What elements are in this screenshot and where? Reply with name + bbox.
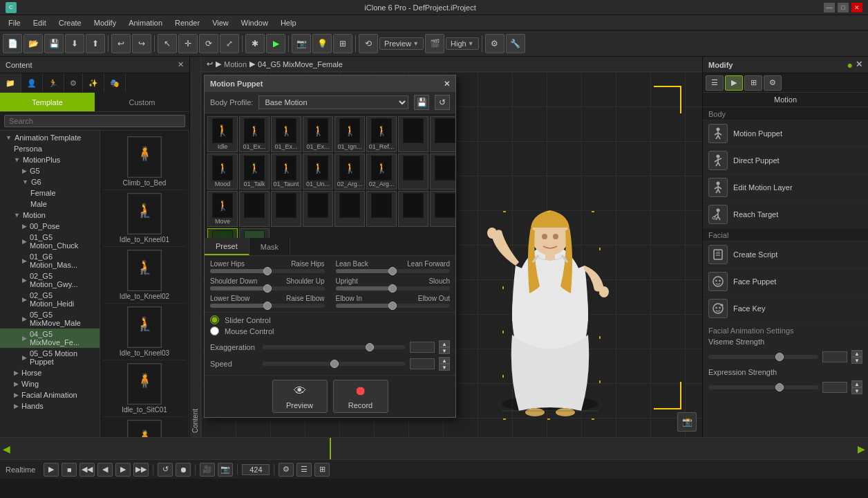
modify-reach-target[interactable]: Reach Target bbox=[703, 201, 868, 228]
menu-help[interactable]: Help bbox=[275, 17, 302, 28]
menu-animation[interactable]: Animation bbox=[123, 17, 168, 28]
speed-down-btn[interactable]: ▼ bbox=[439, 364, 450, 371]
viseme-slider[interactable] bbox=[708, 355, 818, 359]
clip-01talk[interactable]: 🚶 01_Talk bbox=[239, 154, 270, 190]
camera-button[interactable]: 📷 bbox=[292, 34, 311, 53]
motion-puppet-close[interactable]: ✕ bbox=[444, 80, 450, 89]
rotate-button[interactable]: ⟳ bbox=[199, 34, 218, 53]
tree-item-05g5mixmale[interactable]: ▶ 05_G5 MixMove_Male bbox=[0, 309, 100, 329]
tree-item-hands[interactable]: ▶ Hands bbox=[0, 400, 100, 412]
speed-slider[interactable] bbox=[263, 362, 406, 366]
modify-face-puppet[interactable]: Face Puppet bbox=[703, 268, 868, 295]
content-tab-extra[interactable]: 🎭 bbox=[104, 73, 126, 93]
tree-item-female[interactable]: Female bbox=[0, 187, 100, 199]
capture-button[interactable]: 📸 bbox=[677, 412, 697, 432]
tools-button[interactable]: 🔧 bbox=[506, 34, 525, 53]
clip-empty2[interactable] bbox=[430, 116, 455, 152]
tree-item-wing[interactable]: ▶ Wing bbox=[0, 378, 100, 389]
transform-button[interactable]: ⟲ bbox=[359, 34, 378, 53]
screenshot-btn[interactable]: 📷 bbox=[218, 463, 233, 477]
content-tab-effects[interactable]: ✨ bbox=[83, 73, 104, 93]
slider-thumb[interactable] bbox=[263, 267, 272, 275]
stop-btn[interactable]: ■ bbox=[62, 463, 77, 477]
breadcrumb-motion[interactable]: Motion bbox=[224, 60, 247, 68]
clip-02talk[interactable]: 🚶 02_Talk bbox=[239, 228, 270, 238]
export-button[interactable]: ⬆ bbox=[86, 34, 105, 53]
new-button[interactable]: 📄 bbox=[3, 34, 22, 53]
modify-tab-run[interactable]: ▶ bbox=[725, 75, 743, 91]
settings-button[interactable]: ⚙ bbox=[485, 34, 504, 53]
clip-empty-row3-5[interactable] bbox=[334, 191, 365, 227]
clip-empty-row3-6[interactable] bbox=[366, 191, 397, 227]
clip-talk[interactable]: 🚶 Talk bbox=[207, 228, 238, 238]
speed-up-btn[interactable]: ▲ bbox=[439, 357, 450, 364]
modify-icon1[interactable]: ● bbox=[847, 59, 853, 71]
expression-down-btn[interactable]: ▼ bbox=[851, 387, 862, 394]
viseme-up-btn[interactable]: ▲ bbox=[851, 350, 862, 357]
clip-02arg2[interactable]: 🚶 02_Arg... bbox=[366, 154, 397, 190]
clip-02arg1[interactable]: 🚶 02_Arg... bbox=[334, 154, 365, 190]
timeline-track[interactable]: ◀ ▶ bbox=[0, 438, 868, 459]
close-button[interactable]: ✕ bbox=[851, 3, 862, 12]
create-btn[interactable]: ✱ bbox=[245, 34, 265, 53]
modify-tab-grid[interactable]: ⊞ bbox=[744, 75, 762, 91]
exag-slider[interactable] bbox=[263, 345, 406, 349]
hips-slider[interactable] bbox=[210, 269, 325, 273]
play-btn[interactable]: ▶ bbox=[44, 463, 59, 477]
clip-01taunt[interactable]: 🚶 01_Taunt bbox=[271, 154, 301, 190]
settings-bc-btn[interactable]: ⚙ bbox=[279, 463, 294, 477]
maximize-button[interactable]: □ bbox=[838, 3, 849, 12]
preview-select[interactable]: Preview ▼ bbox=[379, 37, 424, 50]
expression-thumb[interactable] bbox=[775, 383, 784, 391]
tree-item-horse[interactable]: ▶ Horse bbox=[0, 367, 100, 378]
clip-empty-row3-8[interactable] bbox=[430, 191, 455, 227]
exag-value[interactable]: 100 bbox=[410, 342, 435, 353]
speed-value[interactable]: 100 bbox=[410, 358, 435, 369]
tree-item-05g5puppet[interactable]: ▶ 05_G5 Motion Puppet bbox=[0, 348, 100, 367]
modify-tab-list[interactable]: ☰ bbox=[706, 75, 724, 91]
clip-01ex2[interactable]: 🚶 01_Ex... bbox=[271, 116, 301, 152]
clip-01ex1[interactable]: 🚶 01_Ex... bbox=[239, 116, 270, 152]
profile-save-btn[interactable]: 💾 bbox=[414, 95, 429, 110]
expression-value[interactable]: 100 bbox=[822, 382, 847, 393]
clip-01ign[interactable]: 🚶 01_Ign... bbox=[334, 116, 365, 152]
menu-modify[interactable]: Modify bbox=[88, 17, 122, 28]
expression-up-btn[interactable]: ▲ bbox=[851, 380, 862, 387]
loop-btn[interactable]: ↺ bbox=[158, 463, 173, 477]
timeline-zoom-btn[interactable]: ⊞ bbox=[314, 463, 330, 477]
tree-item-motionplus[interactable]: ▼ MotionPlus bbox=[0, 154, 100, 165]
tree-item-02g5heidi[interactable]: ▶ 02_G5 Motion_Heidi bbox=[0, 290, 100, 309]
tree-item-g6[interactable]: ▼ G6 bbox=[0, 176, 100, 187]
tree-item-animation-template[interactable]: ▼ Animation Template bbox=[0, 132, 100, 143]
modify-icon2[interactable]: ✕ bbox=[856, 59, 862, 71]
import-button[interactable]: ⬇ bbox=[65, 34, 84, 53]
viseme-down-btn[interactable]: ▼ bbox=[851, 357, 862, 364]
content-side-tab[interactable]: Content bbox=[190, 57, 201, 437]
menu-window[interactable]: Window bbox=[236, 17, 274, 28]
exag-thumb[interactable] bbox=[366, 343, 374, 351]
exag-up-btn[interactable]: ▲ bbox=[439, 340, 450, 347]
timeline-playhead[interactable] bbox=[330, 438, 331, 459]
thumb-idle-sitc01[interactable]: 🧍 Idle_to_SitC01 bbox=[103, 360, 186, 417]
timeline-left-arrow[interactable]: ◀ bbox=[3, 443, 10, 454]
content-tab-animation[interactable]: 🏃 bbox=[43, 73, 64, 93]
clip-empty3[interactable] bbox=[398, 154, 428, 190]
body-profile-select[interactable]: Base Motion Motion Plus Custom bbox=[258, 95, 408, 109]
modify-motion-puppet[interactable]: Motion Puppet bbox=[703, 120, 868, 147]
tree-item-01g6mas[interactable]: ▶ 01_G6 Motion_Mas... bbox=[0, 251, 100, 270]
search-input[interactable] bbox=[4, 115, 185, 127]
posture-slider[interactable] bbox=[336, 286, 451, 290]
tree-item-04g5mixfe[interactable]: ▶ 04_G5 MixMove_Fe... bbox=[0, 329, 100, 348]
clip-01un[interactable]: 🚶 01_Un... bbox=[303, 154, 333, 190]
slider-thumb[interactable] bbox=[263, 284, 272, 293]
play-button[interactable]: ▶ bbox=[266, 34, 285, 53]
tree-item-00pose[interactable]: ▶ 00_Pose bbox=[0, 221, 100, 232]
clip-01ref[interactable]: 🚶 01_Ref... bbox=[366, 116, 397, 152]
clip-empty4[interactable] bbox=[430, 154, 455, 190]
timeline-right-arrow[interactable]: ▶ bbox=[858, 443, 865, 454]
speed-thumb[interactable] bbox=[330, 360, 339, 368]
content-tab-props[interactable]: ⚙ bbox=[64, 73, 83, 93]
slider-thumb[interactable] bbox=[388, 267, 397, 275]
frame-counter[interactable]: 424 bbox=[242, 464, 270, 475]
quality-select[interactable]: High ▼ bbox=[446, 37, 479, 50]
